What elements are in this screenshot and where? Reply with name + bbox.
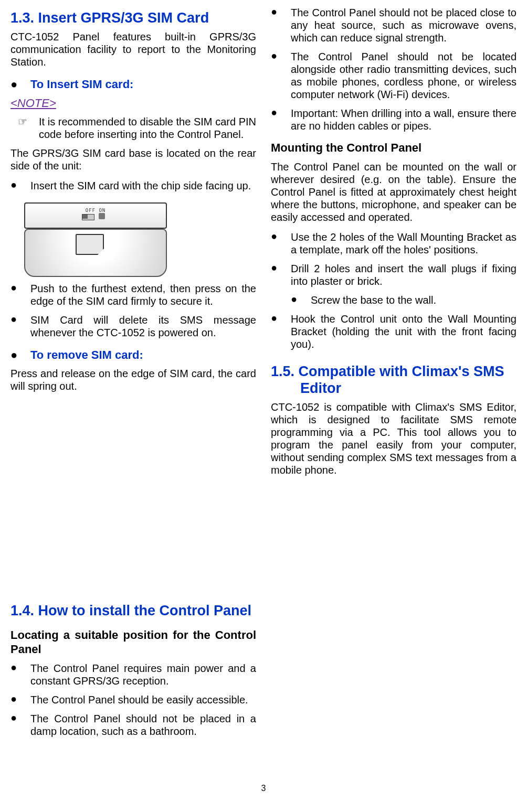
bullet-icon: ● — [271, 231, 291, 256]
bullet-icon: ● — [271, 107, 291, 132]
mounting-item-2: Drill 2 holes and insert the wall plugs … — [291, 262, 517, 287]
bullet-icon: ● — [10, 712, 30, 738]
section-1-3-intro: CTC-1052 Panel features built-in GPRS/3G… — [10, 30, 256, 68]
sim-card-icon — [76, 234, 104, 255]
bullet-icon: ● — [10, 79, 30, 90]
mounting-item-last: Hook the Control unit onto the Wall Moun… — [291, 313, 517, 350]
off-on-label: OFF ON — [86, 208, 106, 213]
insert-step-2: Push to the furthest extend, then press … — [30, 282, 256, 307]
section-1-3-title: 1.3. Insert GPRS/3G SIM Card — [10, 9, 256, 26]
bullet-icon: ● — [10, 179, 30, 192]
insert-sim-heading-row: ● To Insert SIM card: — [10, 78, 256, 91]
sim-slot-illustration: OFF ON — [17, 198, 256, 277]
locating-item-6-row: ● Important: When drilling into a wall, … — [271, 107, 517, 132]
bullet-icon: ● — [10, 282, 30, 307]
bullet-icon: ● — [10, 314, 30, 339]
mounting-item-1: Use the 2 holes of the Wall Mounting Bra… — [291, 231, 517, 256]
note-row: ☞ It is recommended to disable the SIM c… — [10, 115, 256, 141]
locating-item-2: The Control Panel should be easily acces… — [30, 693, 256, 706]
reset-button-icon — [99, 213, 105, 219]
bullet-icon: ● — [10, 662, 30, 687]
locating-item-5-row: ● The Control Panel should not be locate… — [271, 50, 517, 101]
insert-step-2-row: ● Push to the furthest extend, then pres… — [10, 282, 256, 307]
locating-item-6: Important: When drilling into a wall, en… — [291, 107, 517, 132]
insert-step-1-row: ● Insert the SIM card with the chip side… — [10, 179, 256, 192]
bullet-icon: ● — [10, 349, 30, 361]
mounting-item-last-row: ● Hook the Control unit onto the Wall Mo… — [271, 313, 517, 350]
page-number: 3 — [0, 784, 527, 793]
insert-sim-heading: To Insert SIM card: — [30, 78, 133, 91]
insert-step-1: Insert the SIM card with the chip side f… — [30, 179, 256, 192]
power-switch-icon — [82, 214, 94, 220]
locating-item-4-row: ● The Control Panel should not be placed… — [271, 6, 517, 44]
bullet-icon: ● — [271, 262, 291, 287]
locating-item-4: The Control Panel should not be placed c… — [291, 6, 517, 44]
note-text: It is recommended to disable the SIM car… — [39, 115, 256, 141]
locating-item-3: The Control Panel should not be placed i… — [30, 712, 256, 738]
bullet-icon: ● — [10, 693, 30, 706]
mounting-item-1-row: ● Use the 2 holes of the Wall Mounting B… — [271, 231, 517, 256]
locating-item-2-row: ● The Control Panel should be easily acc… — [10, 693, 256, 706]
bullet-icon: ● — [271, 313, 291, 350]
locating-item-1-row: ● The Control Panel requires main power … — [10, 662, 256, 687]
remove-sim-heading: To remove SIM card: — [30, 348, 143, 362]
mounting-heading: Mounting the Control Panel — [271, 141, 517, 155]
locating-heading: Locating a suitable position for the Con… — [10, 628, 256, 657]
remove-sim-heading-row: ● To remove SIM card: — [10, 348, 256, 362]
locating-item-3-row: ● The Control Panel should not be placed… — [10, 712, 256, 738]
bullet-icon: ● — [271, 50, 291, 101]
locating-item-1: The Control Panel requires main power an… — [30, 662, 256, 687]
bullet-icon: ● — [291, 294, 311, 306]
mounting-sub-row: ● Screw the base to the wall. — [271, 294, 517, 306]
note-label: <NOTE> — [10, 97, 256, 110]
section-1-5-body: CTC-1052 is compatible with Climax's SMS… — [271, 401, 517, 476]
mounting-sub: Screw the base to the wall. — [311, 294, 517, 306]
sim-base-location: The GPRS/3G SIM card base is located on … — [10, 147, 256, 172]
insert-step-3: SIM Card will delete its SMS message whe… — [30, 314, 256, 339]
mounting-item-2-row: ● Drill 2 holes and insert the wall plug… — [271, 262, 517, 287]
section-1-5-title: 1.5. Compatible with Climax's SMS Editor — [271, 363, 517, 397]
page-content: 1.3. Insert GPRS/3G SIM Card CTC-1052 Pa… — [0, 0, 527, 782]
section-1-4-title: 1.4. How to install the Control Panel — [10, 602, 256, 619]
insert-step-3-row: ● SIM Card will delete its SMS message w… — [10, 314, 256, 339]
hand-right-icon: ☞ — [18, 115, 39, 141]
locating-item-5: The Control Panel should not be located … — [291, 50, 517, 101]
remove-sim-text: Press and release on the edge of SIM car… — [10, 367, 256, 392]
bullet-icon: ● — [271, 6, 291, 44]
mounting-intro: The Control Panel can be mounted on the … — [271, 161, 517, 223]
